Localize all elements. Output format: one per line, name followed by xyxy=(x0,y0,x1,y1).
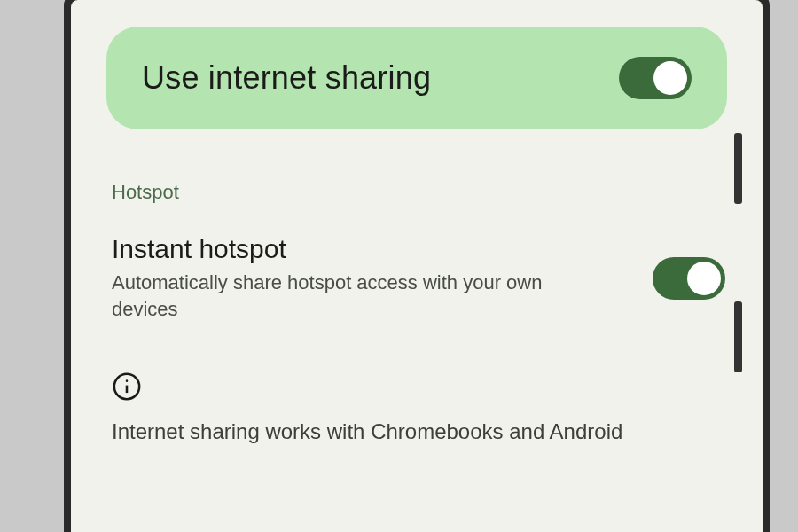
phone-screen: Use internet sharing Hotspot Instant hot… xyxy=(71,0,763,532)
internet-sharing-card[interactable]: Use internet sharing xyxy=(106,27,727,129)
instant-hotspot-row[interactable]: Instant hotspot Automatically share hots… xyxy=(106,234,727,322)
instant-hotspot-toggle[interactable] xyxy=(653,257,725,300)
instant-hotspot-subtitle: Automatically share hotspot access with … xyxy=(112,270,573,322)
info-block: Internet sharing works with Chromebooks … xyxy=(112,372,727,444)
instant-hotspot-text: Instant hotspot Automatically share hots… xyxy=(112,234,653,322)
hotspot-section-label: Hotspot xyxy=(112,181,727,204)
toggle-knob xyxy=(653,61,687,95)
phone-side-button xyxy=(734,301,742,372)
phone-side-button xyxy=(734,133,742,204)
instant-hotspot-title: Instant hotspot xyxy=(112,234,628,264)
toggle-knob xyxy=(687,262,721,295)
info-text: Internet sharing works with Chromebooks … xyxy=(112,419,727,444)
internet-sharing-toggle[interactable] xyxy=(619,57,692,99)
phone-frame: Use internet sharing Hotspot Instant hot… xyxy=(64,0,770,532)
info-icon xyxy=(112,372,142,402)
svg-point-2 xyxy=(126,380,129,383)
internet-sharing-title: Use internet sharing xyxy=(142,59,431,97)
